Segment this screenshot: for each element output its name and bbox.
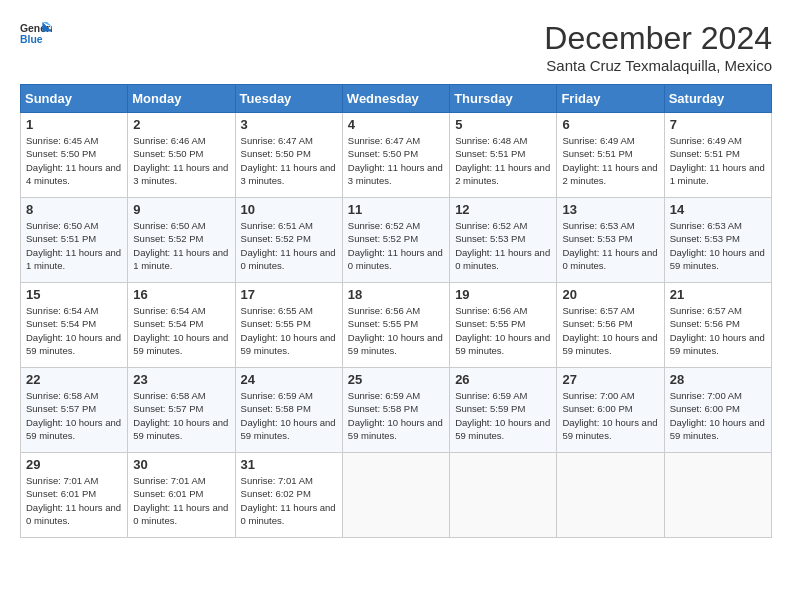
day-info: Sunrise: 7:01 AMSunset: 6:01 PMDaylight:… xyxy=(133,474,229,527)
day-cell: 25Sunrise: 6:59 AMSunset: 5:58 PMDayligh… xyxy=(342,368,449,453)
day-cell: 22Sunrise: 6:58 AMSunset: 5:57 PMDayligh… xyxy=(21,368,128,453)
day-cell: 14Sunrise: 6:53 AMSunset: 5:53 PMDayligh… xyxy=(664,198,771,283)
day-info: Sunrise: 6:48 AMSunset: 5:51 PMDaylight:… xyxy=(455,134,551,187)
col-header-friday: Friday xyxy=(557,85,664,113)
day-cell xyxy=(664,453,771,538)
col-header-saturday: Saturday xyxy=(664,85,771,113)
page-header: General Blue December 2024 Santa Cruz Te… xyxy=(20,20,772,74)
week-row-5: 29Sunrise: 7:01 AMSunset: 6:01 PMDayligh… xyxy=(21,453,772,538)
day-info: Sunrise: 6:54 AMSunset: 5:54 PMDaylight:… xyxy=(26,304,122,357)
day-cell: 13Sunrise: 6:53 AMSunset: 5:53 PMDayligh… xyxy=(557,198,664,283)
day-cell: 21Sunrise: 6:57 AMSunset: 5:56 PMDayligh… xyxy=(664,283,771,368)
day-info: Sunrise: 6:54 AMSunset: 5:54 PMDaylight:… xyxy=(133,304,229,357)
day-info: Sunrise: 7:00 AMSunset: 6:00 PMDaylight:… xyxy=(670,389,766,442)
day-number: 9 xyxy=(133,202,229,217)
day-number: 19 xyxy=(455,287,551,302)
day-number: 23 xyxy=(133,372,229,387)
col-header-wednesday: Wednesday xyxy=(342,85,449,113)
day-number: 2 xyxy=(133,117,229,132)
day-number: 28 xyxy=(670,372,766,387)
col-header-sunday: Sunday xyxy=(21,85,128,113)
day-cell: 23Sunrise: 6:58 AMSunset: 5:57 PMDayligh… xyxy=(128,368,235,453)
day-cell: 3Sunrise: 6:47 AMSunset: 5:50 PMDaylight… xyxy=(235,113,342,198)
day-cell xyxy=(342,453,449,538)
day-info: Sunrise: 6:56 AMSunset: 5:55 PMDaylight:… xyxy=(455,304,551,357)
day-info: Sunrise: 6:49 AMSunset: 5:51 PMDaylight:… xyxy=(670,134,766,187)
day-cell: 1Sunrise: 6:45 AMSunset: 5:50 PMDaylight… xyxy=(21,113,128,198)
day-info: Sunrise: 6:59 AMSunset: 5:58 PMDaylight:… xyxy=(348,389,444,442)
day-cell: 19Sunrise: 6:56 AMSunset: 5:55 PMDayligh… xyxy=(450,283,557,368)
col-header-tuesday: Tuesday xyxy=(235,85,342,113)
day-number: 15 xyxy=(26,287,122,302)
day-info: Sunrise: 6:57 AMSunset: 5:56 PMDaylight:… xyxy=(670,304,766,357)
day-number: 14 xyxy=(670,202,766,217)
day-info: Sunrise: 6:47 AMSunset: 5:50 PMDaylight:… xyxy=(348,134,444,187)
day-info: Sunrise: 7:01 AMSunset: 6:02 PMDaylight:… xyxy=(241,474,337,527)
day-info: Sunrise: 7:00 AMSunset: 6:00 PMDaylight:… xyxy=(562,389,658,442)
day-cell: 9Sunrise: 6:50 AMSunset: 5:52 PMDaylight… xyxy=(128,198,235,283)
day-info: Sunrise: 6:55 AMSunset: 5:55 PMDaylight:… xyxy=(241,304,337,357)
day-number: 24 xyxy=(241,372,337,387)
day-number: 30 xyxy=(133,457,229,472)
day-cell: 24Sunrise: 6:59 AMSunset: 5:58 PMDayligh… xyxy=(235,368,342,453)
day-info: Sunrise: 6:59 AMSunset: 5:58 PMDaylight:… xyxy=(241,389,337,442)
day-number: 7 xyxy=(670,117,766,132)
svg-text:Blue: Blue xyxy=(20,34,43,45)
calendar-table: SundayMondayTuesdayWednesdayThursdayFrid… xyxy=(20,84,772,538)
day-number: 18 xyxy=(348,287,444,302)
day-cell: 16Sunrise: 6:54 AMSunset: 5:54 PMDayligh… xyxy=(128,283,235,368)
col-header-monday: Monday xyxy=(128,85,235,113)
day-info: Sunrise: 6:47 AMSunset: 5:50 PMDaylight:… xyxy=(241,134,337,187)
day-number: 27 xyxy=(562,372,658,387)
header-row: SundayMondayTuesdayWednesdayThursdayFrid… xyxy=(21,85,772,113)
day-info: Sunrise: 6:52 AMSunset: 5:53 PMDaylight:… xyxy=(455,219,551,272)
week-row-3: 15Sunrise: 6:54 AMSunset: 5:54 PMDayligh… xyxy=(21,283,772,368)
day-cell: 11Sunrise: 6:52 AMSunset: 5:52 PMDayligh… xyxy=(342,198,449,283)
day-cell: 2Sunrise: 6:46 AMSunset: 5:50 PMDaylight… xyxy=(128,113,235,198)
day-number: 20 xyxy=(562,287,658,302)
day-cell: 7Sunrise: 6:49 AMSunset: 5:51 PMDaylight… xyxy=(664,113,771,198)
day-number: 31 xyxy=(241,457,337,472)
logo-icon: General Blue xyxy=(20,20,52,48)
day-number: 13 xyxy=(562,202,658,217)
day-number: 5 xyxy=(455,117,551,132)
day-cell: 5Sunrise: 6:48 AMSunset: 5:51 PMDaylight… xyxy=(450,113,557,198)
day-cell: 12Sunrise: 6:52 AMSunset: 5:53 PMDayligh… xyxy=(450,198,557,283)
day-number: 6 xyxy=(562,117,658,132)
day-cell xyxy=(450,453,557,538)
day-number: 3 xyxy=(241,117,337,132)
day-number: 4 xyxy=(348,117,444,132)
day-number: 12 xyxy=(455,202,551,217)
day-cell: 17Sunrise: 6:55 AMSunset: 5:55 PMDayligh… xyxy=(235,283,342,368)
day-cell: 10Sunrise: 6:51 AMSunset: 5:52 PMDayligh… xyxy=(235,198,342,283)
day-cell: 18Sunrise: 6:56 AMSunset: 5:55 PMDayligh… xyxy=(342,283,449,368)
day-info: Sunrise: 6:58 AMSunset: 5:57 PMDaylight:… xyxy=(133,389,229,442)
day-cell: 29Sunrise: 7:01 AMSunset: 6:01 PMDayligh… xyxy=(21,453,128,538)
day-info: Sunrise: 6:51 AMSunset: 5:52 PMDaylight:… xyxy=(241,219,337,272)
day-info: Sunrise: 6:53 AMSunset: 5:53 PMDaylight:… xyxy=(670,219,766,272)
day-number: 1 xyxy=(26,117,122,132)
day-number: 21 xyxy=(670,287,766,302)
day-info: Sunrise: 6:52 AMSunset: 5:52 PMDaylight:… xyxy=(348,219,444,272)
day-number: 16 xyxy=(133,287,229,302)
day-info: Sunrise: 6:50 AMSunset: 5:52 PMDaylight:… xyxy=(133,219,229,272)
location-title: Santa Cruz Texmalaquilla, Mexico xyxy=(544,57,772,74)
day-cell: 30Sunrise: 7:01 AMSunset: 6:01 PMDayligh… xyxy=(128,453,235,538)
day-cell: 8Sunrise: 6:50 AMSunset: 5:51 PMDaylight… xyxy=(21,198,128,283)
day-cell xyxy=(557,453,664,538)
week-row-2: 8Sunrise: 6:50 AMSunset: 5:51 PMDaylight… xyxy=(21,198,772,283)
week-row-1: 1Sunrise: 6:45 AMSunset: 5:50 PMDaylight… xyxy=(21,113,772,198)
col-header-thursday: Thursday xyxy=(450,85,557,113)
day-info: Sunrise: 6:58 AMSunset: 5:57 PMDaylight:… xyxy=(26,389,122,442)
day-cell: 31Sunrise: 7:01 AMSunset: 6:02 PMDayligh… xyxy=(235,453,342,538)
day-cell: 6Sunrise: 6:49 AMSunset: 5:51 PMDaylight… xyxy=(557,113,664,198)
week-row-4: 22Sunrise: 6:58 AMSunset: 5:57 PMDayligh… xyxy=(21,368,772,453)
day-info: Sunrise: 6:50 AMSunset: 5:51 PMDaylight:… xyxy=(26,219,122,272)
day-number: 22 xyxy=(26,372,122,387)
day-info: Sunrise: 6:49 AMSunset: 5:51 PMDaylight:… xyxy=(562,134,658,187)
day-number: 29 xyxy=(26,457,122,472)
day-cell: 20Sunrise: 6:57 AMSunset: 5:56 PMDayligh… xyxy=(557,283,664,368)
day-number: 8 xyxy=(26,202,122,217)
day-cell: 26Sunrise: 6:59 AMSunset: 5:59 PMDayligh… xyxy=(450,368,557,453)
day-number: 17 xyxy=(241,287,337,302)
